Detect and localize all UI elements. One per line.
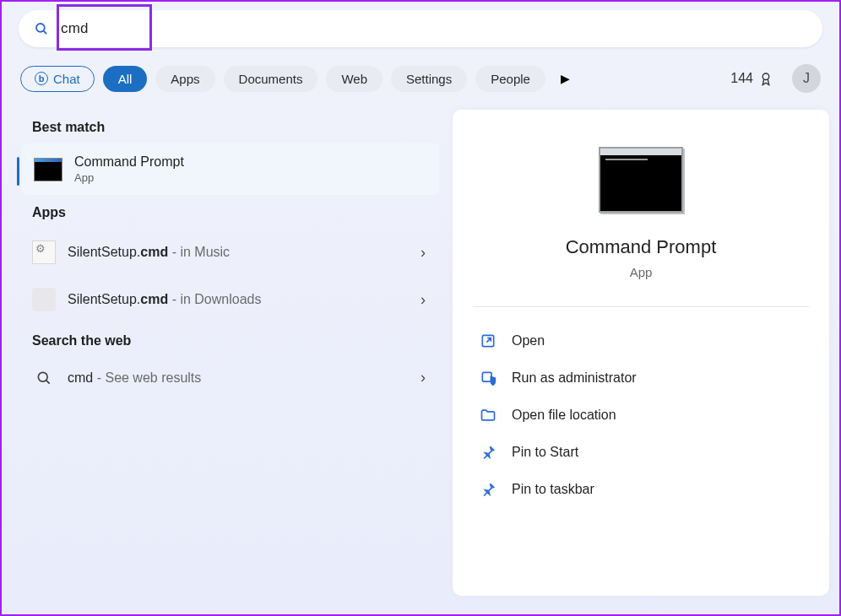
preview-subtitle: App — [630, 265, 653, 279]
filter-people[interactable]: People — [475, 66, 545, 92]
action-pin-to-start[interactable]: Pin to Start — [473, 434, 809, 471]
chat-button[interactable]: b Chat — [20, 66, 95, 92]
action-label: Open — [512, 333, 545, 349]
preview-title: Command Prompt — [566, 236, 717, 258]
points-value: 144 — [730, 71, 753, 86]
medal-icon — [758, 71, 773, 86]
pin-icon — [480, 481, 496, 498]
file-icon — [32, 288, 56, 311]
section-web-header: Search the web — [32, 333, 429, 349]
web-result-text: cmd - See web results — [68, 370, 409, 386]
command-prompt-icon — [599, 147, 683, 213]
action-open[interactable]: Open — [473, 322, 809, 359]
filter-documents[interactable]: Documents — [224, 66, 318, 92]
filter-apps[interactable]: Apps — [155, 66, 214, 92]
search-input[interactable] — [61, 20, 145, 37]
action-label: Run as administrator — [512, 370, 637, 386]
filter-row: b Chat All Apps Documents Web Settings P… — [2, 59, 839, 110]
svg-point-0 — [36, 24, 45, 32]
chevron-right-icon[interactable]: › — [420, 369, 426, 386]
action-run-as-admin[interactable]: Run as administrator — [473, 359, 809, 397]
preview-panel: Command Prompt App Open — [453, 110, 829, 596]
action-label: Pin to Start — [512, 445, 578, 460]
cmd-file-icon — [32, 240, 56, 264]
chevron-right-icon[interactable]: › — [420, 244, 426, 262]
action-label: Pin to taskbar — [512, 482, 594, 497]
shield-icon — [480, 370, 496, 386]
rewards-points[interactable]: 144 — [730, 71, 773, 86]
search-bar[interactable] — [19, 10, 822, 47]
bing-icon: b — [35, 72, 48, 85]
command-prompt-icon — [34, 158, 62, 181]
section-apps-header: Apps — [32, 205, 429, 220]
filter-web[interactable]: Web — [326, 66, 383, 92]
user-avatar[interactable]: J — [792, 64, 821, 93]
app-result-row[interactable]: SilentSetup.cmd - in Downloads › — [20, 276, 441, 323]
more-filters-arrow-icon[interactable]: ▶ — [561, 72, 570, 85]
avatar-initial: J — [803, 71, 810, 86]
svg-line-4 — [46, 380, 50, 383]
section-best-match-header: Best match — [32, 120, 429, 135]
filter-all[interactable]: All — [103, 66, 148, 92]
chevron-right-icon[interactable]: › — [420, 291, 426, 309]
search-icon — [34, 21, 49, 36]
filter-settings[interactable]: Settings — [391, 66, 467, 92]
chat-label: Chat — [53, 72, 80, 86]
open-icon — [480, 332, 496, 349]
best-match-title: Command Prompt — [74, 154, 184, 170]
best-match-subtitle: App — [74, 171, 184, 184]
search-icon — [35, 370, 52, 386]
action-open-file-location[interactable]: Open file location — [473, 397, 809, 434]
svg-point-3 — [38, 372, 47, 381]
pin-icon — [480, 444, 496, 461]
results-column: Best match Command Prompt App Apps Silen… — [20, 110, 441, 596]
action-label: Open file location — [512, 408, 616, 423]
svg-point-2 — [762, 73, 769, 80]
svg-line-1 — [44, 31, 46, 34]
app-result-text: SilentSetup.cmd - in Downloads — [68, 292, 409, 307]
action-pin-to-taskbar[interactable]: Pin to taskbar — [473, 471, 809, 508]
app-result-row[interactable]: SilentSetup.cmd - in Music › — [20, 229, 441, 276]
folder-icon — [480, 407, 496, 424]
best-match-result[interactable]: Command Prompt App — [22, 143, 439, 195]
web-result-row[interactable]: cmd - See web results › — [20, 357, 441, 398]
app-result-text: SilentSetup.cmd - in Music — [68, 245, 409, 260]
